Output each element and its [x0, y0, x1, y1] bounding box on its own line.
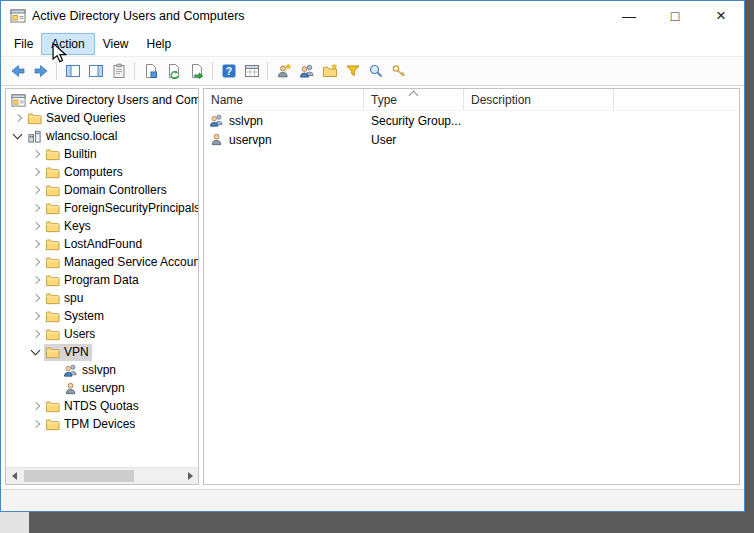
- scrollbar-thumb[interactable]: [24, 470, 134, 482]
- tree-item-sslvpn[interactable]: sslvpn: [6, 361, 198, 379]
- sort-ascending-icon: [408, 91, 418, 101]
- console-tree-toggle-button[interactable]: [61, 60, 84, 83]
- create-group-button[interactable]: [295, 60, 318, 83]
- menu-action[interactable]: Action: [42, 34, 93, 54]
- menu-bar: File Action View Help: [1, 31, 744, 57]
- column-header-name[interactable]: Name: [204, 89, 364, 110]
- help-button[interactable]: [217, 60, 240, 83]
- tree-item-label: TPM Devices: [64, 417, 135, 431]
- expander-icon[interactable]: [28, 307, 44, 325]
- properties-button[interactable]: [139, 60, 162, 83]
- expander-icon[interactable]: [28, 217, 44, 235]
- domain-icon: [27, 129, 42, 144]
- tree-item-system[interactable]: System: [6, 307, 198, 325]
- refresh-button[interactable]: [162, 60, 185, 83]
- back-button[interactable]: [6, 60, 29, 83]
- expander-icon[interactable]: [28, 415, 44, 433]
- tree-item-spu[interactable]: spu: [6, 289, 198, 307]
- expander-icon[interactable]: [28, 397, 44, 415]
- expander-placeholder: [46, 361, 62, 379]
- tree-item-root[interactable]: Active Directory Users and Computers: [6, 91, 198, 109]
- create-ou-button[interactable]: [318, 60, 341, 83]
- scroll-right-arrow-icon[interactable]: [182, 468, 198, 484]
- list-row-sslvpn[interactable]: sslvpn Security Group...: [204, 111, 739, 130]
- column-header-type[interactable]: Type: [364, 89, 464, 110]
- tree-item-keys[interactable]: Keys: [6, 217, 198, 235]
- action-pane-toggle-button[interactable]: [84, 60, 107, 83]
- title-bar[interactable]: Active Directory Users and Computers — □…: [1, 1, 744, 31]
- tree-item-domain[interactable]: wlancso.local: [6, 127, 198, 145]
- expander-icon[interactable]: [28, 199, 44, 217]
- toolbar-separator: [56, 62, 57, 80]
- tree-item-label: Keys: [64, 219, 91, 233]
- window-controls: — □ ×: [606, 1, 744, 31]
- tree-item-uservpn[interactable]: uservpn: [6, 379, 198, 397]
- menu-help[interactable]: Help: [138, 34, 181, 54]
- expander-icon[interactable]: [28, 181, 44, 199]
- cell-type: User: [364, 133, 464, 147]
- create-group-icon: [299, 63, 315, 79]
- set-filter-button[interactable]: [341, 60, 364, 83]
- menu-file[interactable]: File: [5, 34, 42, 54]
- expander-icon[interactable]: [28, 253, 44, 271]
- folder-icon: [45, 273, 60, 288]
- export-list-button[interactable]: [185, 60, 208, 83]
- clipboard-button[interactable]: [107, 60, 130, 83]
- expander-icon[interactable]: [10, 127, 26, 145]
- tree-item-ntds-quotas[interactable]: NTDS Quotas: [6, 397, 198, 415]
- create-user-button[interactable]: [272, 60, 295, 83]
- tree-item-program-data[interactable]: Program Data: [6, 271, 198, 289]
- expander-icon[interactable]: [28, 163, 44, 181]
- minimize-button[interactable]: —: [606, 1, 652, 31]
- expander-icon[interactable]: [28, 289, 44, 307]
- tree-item-lost-and-found[interactable]: LostAndFound: [6, 235, 198, 253]
- expander-icon[interactable]: [28, 235, 44, 253]
- tree-item-tpm-devices[interactable]: TPM Devices: [6, 415, 198, 433]
- expander-icon[interactable]: [10, 109, 26, 127]
- tree-item-users[interactable]: Users: [6, 325, 198, 343]
- find-button[interactable]: [364, 60, 387, 83]
- properties-icon: [143, 63, 159, 79]
- column-header-description[interactable]: Description: [464, 89, 614, 110]
- folder-icon: [45, 309, 60, 324]
- tree-item-label: spu: [64, 291, 83, 305]
- keys-button[interactable]: [387, 60, 410, 83]
- tree-item-vpn[interactable]: VPN: [6, 343, 198, 361]
- expander-icon[interactable]: [28, 343, 44, 361]
- action-pane-toggle-icon: [88, 63, 104, 79]
- cell-name: uservpn: [229, 133, 272, 147]
- user-icon: [209, 132, 224, 147]
- tree-item-label: wlancso.local: [46, 129, 117, 143]
- columns-icon: [244, 63, 260, 79]
- forward-button[interactable]: [29, 60, 52, 83]
- clipboard-icon: [111, 63, 127, 79]
- list-row-uservpn[interactable]: uservpn User: [204, 130, 739, 149]
- cell-name: sslvpn: [229, 114, 263, 128]
- close-button[interactable]: ×: [698, 1, 744, 31]
- maximize-button[interactable]: □: [652, 1, 698, 31]
- columns-button[interactable]: [240, 60, 263, 83]
- tree-item-saved-queries[interactable]: Saved Queries: [6, 109, 198, 127]
- scroll-left-arrow-icon[interactable]: [6, 468, 22, 484]
- expander-icon[interactable]: [28, 271, 44, 289]
- tree-item-domain-controllers[interactable]: Domain Controllers: [6, 181, 198, 199]
- details-pane: Name Type Description sslvpn Security Gr…: [203, 88, 740, 485]
- window-title: Active Directory Users and Computers: [32, 9, 245, 23]
- menu-view[interactable]: View: [94, 34, 138, 54]
- create-user-icon: [276, 63, 292, 79]
- folder-icon: [45, 327, 60, 342]
- tree-item-label: uservpn: [82, 381, 125, 395]
- tree-horizontal-scrollbar[interactable]: [6, 467, 198, 484]
- expander-icon[interactable]: [28, 325, 44, 343]
- tree-item-foreign-security-principals[interactable]: ForeignSecurityPrincipals: [6, 199, 198, 217]
- tree-item-builtin[interactable]: Builtin: [6, 145, 198, 163]
- create-ou-icon: [322, 63, 338, 79]
- expander-icon[interactable]: [28, 145, 44, 163]
- help-icon: [221, 63, 237, 79]
- folder-icon: [45, 219, 60, 234]
- column-header-label: Name: [211, 93, 243, 107]
- tree-item-managed-service-accounts[interactable]: Managed Service Accounts: [6, 253, 198, 271]
- status-bar: [1, 489, 744, 511]
- tree-item-computers[interactable]: Computers: [6, 163, 198, 181]
- tree-item-label: ForeignSecurityPrincipals: [64, 201, 198, 215]
